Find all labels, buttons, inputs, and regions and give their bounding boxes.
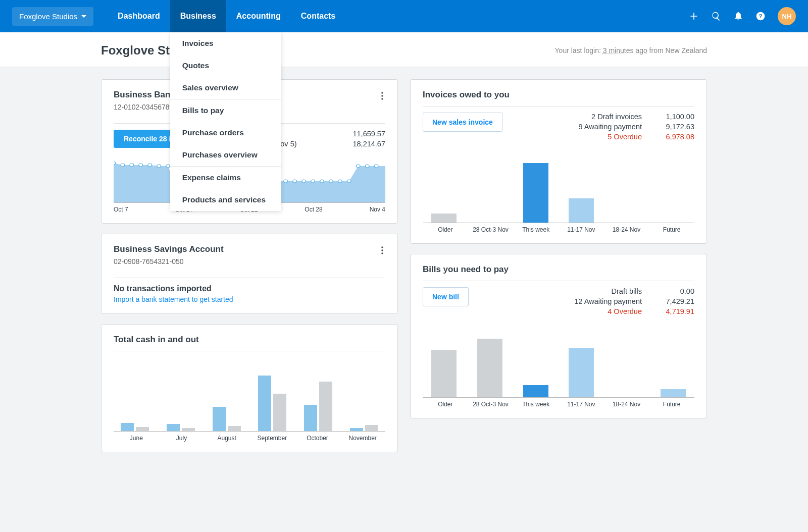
chart-label: September xyxy=(249,432,295,442)
help-icon[interactable]: ? xyxy=(755,11,766,21)
chart-bar xyxy=(228,426,241,431)
dd-bills-to-pay[interactable]: Bills to pay xyxy=(170,99,281,122)
draft-amount: 1,100.00 xyxy=(654,113,694,121)
chart-label: 28 Oct-3 Nov xyxy=(468,223,514,233)
new-invoice-button[interactable]: New sales invoice xyxy=(423,113,502,132)
nav-accounting[interactable]: Accounting xyxy=(226,0,291,32)
svg-point-7 xyxy=(130,164,134,167)
dd-quotes[interactable]: Quotes xyxy=(170,55,281,77)
bills-chart xyxy=(423,327,694,397)
chart-bar xyxy=(365,425,378,431)
svg-point-37 xyxy=(381,252,383,254)
chart-label: Older xyxy=(423,398,468,408)
chart-label: 18-24 Nov xyxy=(604,398,649,408)
chart-bar xyxy=(121,423,134,431)
cash-in-out-card: Total cash in and out JuneJulyAugustSept… xyxy=(101,324,398,452)
svg-text:?: ? xyxy=(759,13,762,19)
invoices-title: Invoices owed to you xyxy=(423,90,694,100)
chart-bar xyxy=(431,214,457,223)
chart-label: November xyxy=(340,432,385,442)
chart-bar xyxy=(523,163,548,223)
chart-bar xyxy=(319,382,332,431)
nav-business-label: Business xyxy=(180,12,216,21)
bell-icon[interactable] xyxy=(733,11,743,21)
divider xyxy=(114,351,385,351)
search-icon[interactable] xyxy=(711,11,721,21)
overdue-label: 4 Overdue xyxy=(608,307,642,315)
chart-bar xyxy=(182,428,195,431)
nav-contacts[interactable]: Contacts xyxy=(291,0,345,32)
chart-bar xyxy=(273,394,286,431)
svg-point-29 xyxy=(329,180,333,183)
org-selector[interactable]: Foxglove Studios xyxy=(12,7,93,26)
savings-title: Business Savings Account xyxy=(114,244,224,254)
savings-number: 02-0908-7654321-050 xyxy=(114,257,224,265)
svg-point-26 xyxy=(302,180,306,183)
svg-point-34 xyxy=(374,165,378,168)
svg-point-2 xyxy=(381,92,383,94)
chart-bar xyxy=(661,389,686,397)
svg-point-35 xyxy=(381,246,383,248)
chart-bar xyxy=(167,424,180,431)
chart-bar xyxy=(431,350,457,397)
invoices-chart xyxy=(423,152,694,223)
chart-label: June xyxy=(114,432,159,442)
svg-point-33 xyxy=(365,165,369,168)
svg-point-28 xyxy=(320,180,324,183)
draft-label: 2 Draft invoices xyxy=(591,113,642,121)
import-link[interactable]: Import a bank statement to get started xyxy=(114,295,385,303)
awaiting-label: 12 Awaiting payment xyxy=(574,297,642,305)
chart-label: This week xyxy=(513,223,559,233)
avatar[interactable]: NH xyxy=(778,7,796,25)
more-icon[interactable] xyxy=(379,244,385,258)
chart-label: October xyxy=(295,432,340,442)
svg-point-11 xyxy=(166,165,170,168)
divider xyxy=(423,106,694,107)
svg-point-27 xyxy=(311,180,315,183)
chart-label: July xyxy=(159,432,205,442)
chevron-down-icon xyxy=(81,15,86,18)
chart-bar xyxy=(213,407,226,431)
svg-point-24 xyxy=(284,180,288,183)
awaiting-amount: 9,172.63 xyxy=(654,123,694,131)
divider xyxy=(423,281,694,281)
svg-point-3 xyxy=(381,95,383,97)
login-prefix: Your last login: xyxy=(555,46,603,55)
dd-products-services[interactable]: Products and services xyxy=(170,189,281,211)
chart-bar xyxy=(569,348,594,397)
draft-amount: 0.00 xyxy=(654,287,694,295)
svg-point-36 xyxy=(381,249,383,251)
invoices-card: Invoices owed to you New sales invoice 2… xyxy=(410,79,707,244)
chart-label: Future xyxy=(649,398,694,408)
login-when[interactable]: 3 minutes ago xyxy=(603,46,647,55)
chart-label: 11-17 Nov xyxy=(559,223,604,233)
chart-bar xyxy=(523,385,548,397)
invoices-axis: Older28 Oct-3 NovThis week11-17 Nov18-24… xyxy=(423,223,694,233)
dd-purchases-overview[interactable]: Purchases overview xyxy=(170,144,281,166)
content: Business Bank Account 12-0102-03456789-5… xyxy=(0,67,808,472)
dd-sales-overview[interactable]: Sales overview xyxy=(170,77,281,99)
more-icon[interactable] xyxy=(379,90,385,103)
cash-chart xyxy=(114,360,385,431)
svg-point-10 xyxy=(157,165,161,168)
chart-bar xyxy=(569,198,594,223)
overdue-amount: 6,978.08 xyxy=(654,133,694,141)
dd-invoices[interactable]: Invoices xyxy=(170,32,281,55)
nav-business[interactable]: Business Invoices Quotes Sales overview … xyxy=(170,0,226,32)
dd-purchase-orders[interactable]: Purchase orders xyxy=(170,122,281,144)
nav-dashboard[interactable]: Dashboard xyxy=(108,0,170,32)
login-suffix: from New Zealand xyxy=(647,46,707,55)
svg-point-8 xyxy=(139,164,143,167)
no-transactions: No transactions imported xyxy=(114,284,385,293)
chart-bar xyxy=(477,339,502,397)
right-column: Invoices owed to you New sales invoice 2… xyxy=(410,79,707,418)
org-name: Foxglove Studios xyxy=(19,12,77,21)
page-header: Foxglove Studios Your last login: 3 minu… xyxy=(0,32,808,67)
dd-expense-claims[interactable]: Expense claims xyxy=(170,167,281,189)
chart-label: Older xyxy=(423,223,468,233)
new-bill-button[interactable]: New bill xyxy=(423,287,469,306)
nav-right: ? NH xyxy=(689,7,796,25)
divider xyxy=(114,278,385,278)
overdue-amount: 4,719.91 xyxy=(654,307,694,315)
plus-icon[interactable] xyxy=(689,11,699,21)
